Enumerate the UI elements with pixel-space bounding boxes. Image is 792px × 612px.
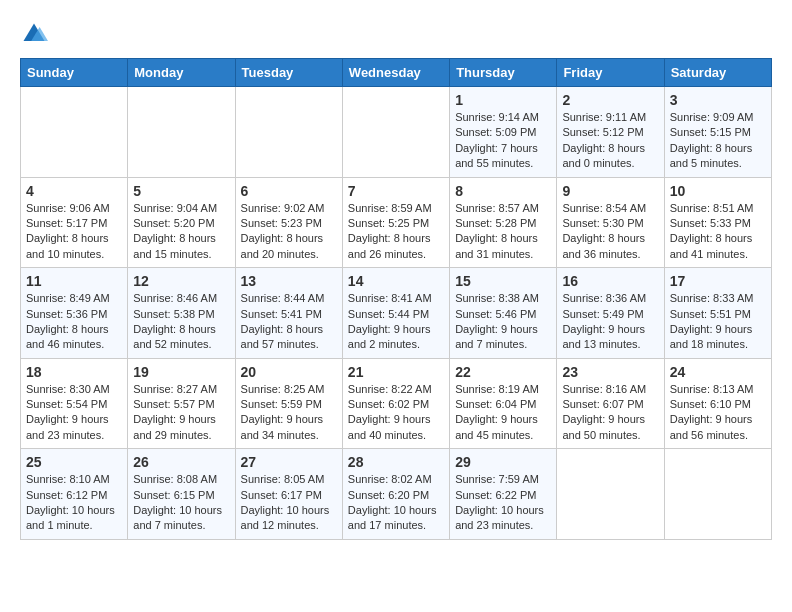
day-number: 14: [348, 273, 444, 289]
week-row-3: 11Sunrise: 8:49 AM Sunset: 5:36 PM Dayli…: [21, 268, 772, 359]
day-info: Sunrise: 8:16 AM Sunset: 6:07 PM Dayligh…: [562, 382, 658, 444]
day-info: Sunrise: 8:54 AM Sunset: 5:30 PM Dayligh…: [562, 201, 658, 263]
calendar-body: 1Sunrise: 9:14 AM Sunset: 5:09 PM Daylig…: [21, 87, 772, 540]
day-number: 1: [455, 92, 551, 108]
calendar-cell: 13Sunrise: 8:44 AM Sunset: 5:41 PM Dayli…: [235, 268, 342, 359]
day-number: 27: [241, 454, 337, 470]
day-number: 21: [348, 364, 444, 380]
day-number: 19: [133, 364, 229, 380]
day-number: 2: [562, 92, 658, 108]
day-number: 29: [455, 454, 551, 470]
calendar-cell: 14Sunrise: 8:41 AM Sunset: 5:44 PM Dayli…: [342, 268, 449, 359]
day-info: Sunrise: 8:22 AM Sunset: 6:02 PM Dayligh…: [348, 382, 444, 444]
calendar-cell: 7Sunrise: 8:59 AM Sunset: 5:25 PM Daylig…: [342, 177, 449, 268]
header-row: SundayMondayTuesdayWednesdayThursdayFrid…: [21, 59, 772, 87]
header-day-tuesday: Tuesday: [235, 59, 342, 87]
day-info: Sunrise: 8:02 AM Sunset: 6:20 PM Dayligh…: [348, 472, 444, 534]
day-number: 9: [562, 183, 658, 199]
calendar-cell: 24Sunrise: 8:13 AM Sunset: 6:10 PM Dayli…: [664, 358, 771, 449]
day-info: Sunrise: 8:10 AM Sunset: 6:12 PM Dayligh…: [26, 472, 122, 534]
day-number: 23: [562, 364, 658, 380]
calendar-cell: 20Sunrise: 8:25 AM Sunset: 5:59 PM Dayli…: [235, 358, 342, 449]
day-info: Sunrise: 8:41 AM Sunset: 5:44 PM Dayligh…: [348, 291, 444, 353]
day-info: Sunrise: 9:11 AM Sunset: 5:12 PM Dayligh…: [562, 110, 658, 172]
day-number: 15: [455, 273, 551, 289]
day-info: Sunrise: 8:30 AM Sunset: 5:54 PM Dayligh…: [26, 382, 122, 444]
calendar-cell: 18Sunrise: 8:30 AM Sunset: 5:54 PM Dayli…: [21, 358, 128, 449]
day-number: 18: [26, 364, 122, 380]
day-info: Sunrise: 8:25 AM Sunset: 5:59 PM Dayligh…: [241, 382, 337, 444]
calendar-cell: [664, 449, 771, 540]
day-number: 6: [241, 183, 337, 199]
week-row-4: 18Sunrise: 8:30 AM Sunset: 5:54 PM Dayli…: [21, 358, 772, 449]
day-number: 8: [455, 183, 551, 199]
header-day-thursday: Thursday: [450, 59, 557, 87]
day-number: 5: [133, 183, 229, 199]
day-info: Sunrise: 8:44 AM Sunset: 5:41 PM Dayligh…: [241, 291, 337, 353]
day-info: Sunrise: 8:57 AM Sunset: 5:28 PM Dayligh…: [455, 201, 551, 263]
day-info: Sunrise: 8:51 AM Sunset: 5:33 PM Dayligh…: [670, 201, 766, 263]
day-info: Sunrise: 9:04 AM Sunset: 5:20 PM Dayligh…: [133, 201, 229, 263]
calendar-cell: 1Sunrise: 9:14 AM Sunset: 5:09 PM Daylig…: [450, 87, 557, 178]
day-number: 12: [133, 273, 229, 289]
calendar-cell: 23Sunrise: 8:16 AM Sunset: 6:07 PM Dayli…: [557, 358, 664, 449]
day-info: Sunrise: 8:05 AM Sunset: 6:17 PM Dayligh…: [241, 472, 337, 534]
calendar-cell: 29Sunrise: 7:59 AM Sunset: 6:22 PM Dayli…: [450, 449, 557, 540]
day-info: Sunrise: 8:46 AM Sunset: 5:38 PM Dayligh…: [133, 291, 229, 353]
header-day-wednesday: Wednesday: [342, 59, 449, 87]
day-info: Sunrise: 8:13 AM Sunset: 6:10 PM Dayligh…: [670, 382, 766, 444]
calendar-cell: 15Sunrise: 8:38 AM Sunset: 5:46 PM Dayli…: [450, 268, 557, 359]
day-number: 11: [26, 273, 122, 289]
calendar-cell: [128, 87, 235, 178]
day-info: Sunrise: 9:14 AM Sunset: 5:09 PM Dayligh…: [455, 110, 551, 172]
calendar-cell: 25Sunrise: 8:10 AM Sunset: 6:12 PM Dayli…: [21, 449, 128, 540]
calendar-cell: 11Sunrise: 8:49 AM Sunset: 5:36 PM Dayli…: [21, 268, 128, 359]
calendar-cell: 12Sunrise: 8:46 AM Sunset: 5:38 PM Dayli…: [128, 268, 235, 359]
page-header: [20, 20, 772, 48]
day-info: Sunrise: 8:38 AM Sunset: 5:46 PM Dayligh…: [455, 291, 551, 353]
day-info: Sunrise: 7:59 AM Sunset: 6:22 PM Dayligh…: [455, 472, 551, 534]
calendar-cell: 2Sunrise: 9:11 AM Sunset: 5:12 PM Daylig…: [557, 87, 664, 178]
calendar-cell: 8Sunrise: 8:57 AM Sunset: 5:28 PM Daylig…: [450, 177, 557, 268]
day-info: Sunrise: 9:02 AM Sunset: 5:23 PM Dayligh…: [241, 201, 337, 263]
day-number: 16: [562, 273, 658, 289]
day-info: Sunrise: 8:27 AM Sunset: 5:57 PM Dayligh…: [133, 382, 229, 444]
day-number: 10: [670, 183, 766, 199]
calendar-header: SundayMondayTuesdayWednesdayThursdayFrid…: [21, 59, 772, 87]
day-info: Sunrise: 9:06 AM Sunset: 5:17 PM Dayligh…: [26, 201, 122, 263]
calendar-cell: 10Sunrise: 8:51 AM Sunset: 5:33 PM Dayli…: [664, 177, 771, 268]
calendar-cell: [557, 449, 664, 540]
calendar-cell: 6Sunrise: 9:02 AM Sunset: 5:23 PM Daylig…: [235, 177, 342, 268]
day-number: 28: [348, 454, 444, 470]
day-number: 3: [670, 92, 766, 108]
calendar-cell: 28Sunrise: 8:02 AM Sunset: 6:20 PM Dayli…: [342, 449, 449, 540]
day-info: Sunrise: 8:08 AM Sunset: 6:15 PM Dayligh…: [133, 472, 229, 534]
calendar-cell: 21Sunrise: 8:22 AM Sunset: 6:02 PM Dayli…: [342, 358, 449, 449]
logo-icon: [20, 20, 48, 48]
week-row-5: 25Sunrise: 8:10 AM Sunset: 6:12 PM Dayli…: [21, 449, 772, 540]
day-info: Sunrise: 8:59 AM Sunset: 5:25 PM Dayligh…: [348, 201, 444, 263]
calendar-cell: [235, 87, 342, 178]
day-number: 20: [241, 364, 337, 380]
calendar-cell: 4Sunrise: 9:06 AM Sunset: 5:17 PM Daylig…: [21, 177, 128, 268]
calendar-cell: 5Sunrise: 9:04 AM Sunset: 5:20 PM Daylig…: [128, 177, 235, 268]
header-day-sunday: Sunday: [21, 59, 128, 87]
day-number: 4: [26, 183, 122, 199]
day-number: 26: [133, 454, 229, 470]
header-day-saturday: Saturday: [664, 59, 771, 87]
calendar-cell: [342, 87, 449, 178]
header-day-monday: Monday: [128, 59, 235, 87]
calendar-cell: 19Sunrise: 8:27 AM Sunset: 5:57 PM Dayli…: [128, 358, 235, 449]
day-info: Sunrise: 8:36 AM Sunset: 5:49 PM Dayligh…: [562, 291, 658, 353]
day-number: 22: [455, 364, 551, 380]
day-number: 24: [670, 364, 766, 380]
day-info: Sunrise: 8:33 AM Sunset: 5:51 PM Dayligh…: [670, 291, 766, 353]
logo: [20, 20, 54, 48]
day-number: 7: [348, 183, 444, 199]
header-day-friday: Friday: [557, 59, 664, 87]
calendar-table: SundayMondayTuesdayWednesdayThursdayFrid…: [20, 58, 772, 540]
week-row-1: 1Sunrise: 9:14 AM Sunset: 5:09 PM Daylig…: [21, 87, 772, 178]
week-row-2: 4Sunrise: 9:06 AM Sunset: 5:17 PM Daylig…: [21, 177, 772, 268]
calendar-cell: 22Sunrise: 8:19 AM Sunset: 6:04 PM Dayli…: [450, 358, 557, 449]
day-number: 13: [241, 273, 337, 289]
